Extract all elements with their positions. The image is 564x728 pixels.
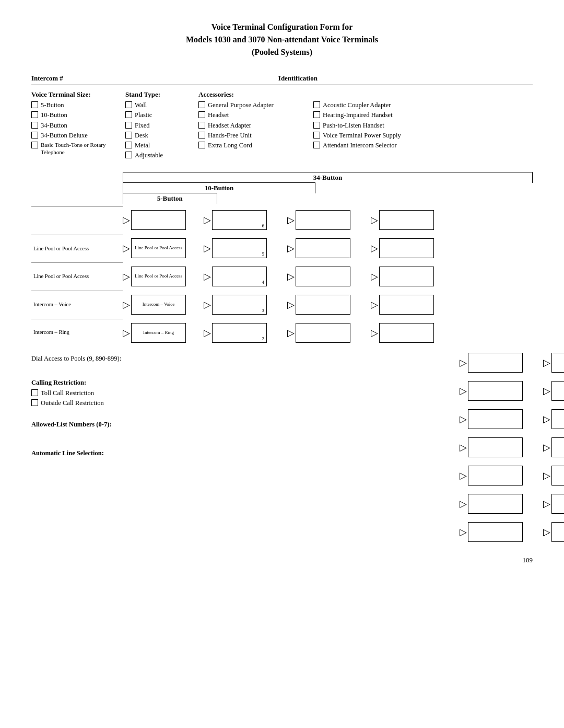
arrow-r3c3: ▷ (287, 271, 295, 282)
acc-push-listen-checkbox[interactable] (313, 122, 320, 129)
vt-34button-label: 34-Button (41, 121, 67, 130)
stand-metal-checkbox[interactable] (125, 142, 132, 148)
arrow-r3c1: ▷ (123, 271, 130, 282)
acc-headset-label: Headset (208, 111, 229, 119)
acc-attendant: Attendant Intercom Selector (313, 141, 533, 149)
toll-call-checkbox[interactable] (31, 389, 38, 396)
btn-r10c3 (468, 466, 523, 486)
arrow-r1c2: ▷ (204, 214, 211, 226)
btn-r5c2-num: 2 (262, 336, 265, 341)
acc-hands-free: Hands-Free Unit (198, 131, 303, 140)
stand-wall-checkbox[interactable] (125, 101, 132, 108)
stand-type-column: Stand Type: Wall Plastic Fixed Desk Meta… (125, 90, 188, 161)
stand-fixed-checkbox[interactable] (125, 122, 132, 129)
arrow-r5c4: ▷ (371, 327, 378, 339)
form-section: Voice Terminal Size: 5-Button 10-Button … (31, 90, 533, 161)
btn-r1c2-num: 6 (262, 223, 265, 228)
stand-adjustable-checkbox[interactable] (125, 152, 132, 158)
arrow-r1c3: ▷ (287, 214, 295, 226)
acc-push-listen-label: Push-to-Listen Handset (323, 121, 384, 130)
btn-r2c4 (379, 238, 434, 258)
btn-r4c2-num: 3 (262, 308, 265, 313)
5button-label: 5-Button (123, 193, 217, 204)
vt-size-column: Voice Terminal Size: 5-Button 10-Button … (31, 90, 115, 161)
left-row-0 (31, 206, 123, 234)
stand-plastic-checkbox[interactable] (125, 111, 132, 118)
button-row-10: ▷ ▷ (460, 462, 564, 489)
btn-r4c3 (296, 295, 350, 315)
btn-r11c3 (468, 494, 523, 514)
vt-34deluxe-checkbox[interactable] (31, 132, 38, 138)
vt-10button: 10-Button (31, 111, 115, 119)
button-diagram: 34-Button 10-Button 5-Button Line Pool o… (31, 172, 533, 546)
left-labels: Line Pool or Pool Access Line Pool or Po… (31, 206, 123, 346)
vt-basic-label: Basic Touch-Tone or Rotary Telephone (41, 141, 115, 156)
vt-5button-checkbox[interactable] (31, 101, 38, 108)
arrow-r1c4: ▷ (371, 214, 378, 226)
arrow-r5c1: ▷ (123, 327, 130, 339)
acc-headset-checkbox[interactable] (198, 111, 205, 118)
acc-hands-free-checkbox[interactable] (198, 132, 205, 138)
arrow-r4c2: ▷ (204, 299, 211, 310)
auto-line-section: Automatic Line Selection: (31, 449, 277, 457)
button-row-6: ▷ ▷ (460, 349, 564, 376)
acc-attendant-label: Attendant Intercom Selector (323, 141, 397, 149)
acc-gpa: General Purpose Adapter (198, 101, 303, 109)
identification-row: Intercom # Identification (31, 74, 533, 85)
title-line2: Models 1030 and 3070 Non-attendant Voice… (186, 35, 378, 44)
vt-basic-checkbox[interactable] (31, 142, 38, 148)
btn-r2c2: 5 (212, 238, 267, 258)
arrow-r4c4: ▷ (371, 299, 378, 310)
stand-wall: Wall (125, 101, 188, 109)
vt-10button-label: 10-Button (41, 111, 67, 119)
acc-extra-cord-checkbox[interactable] (198, 142, 205, 148)
button-columns: ▷ ▷ 6 ▷ ▷ (123, 206, 533, 346)
lower-buttons: ▷ ▷ ▷ ▷ (287, 349, 564, 546)
stand-fixed-label: Fixed (135, 121, 149, 130)
btn-r10c4 (551, 466, 564, 486)
vt-34deluxe-label: 34-Button Deluxe (41, 131, 88, 140)
btn-r1c2: 6 (212, 210, 267, 230)
toll-call-restriction: Toll Call Restriction (31, 389, 277, 397)
left-row-4: Intercom – Ring (31, 319, 123, 346)
stand-desk: Desk (125, 131, 188, 140)
acc-gpa-checkbox[interactable] (198, 101, 205, 108)
acc-attendant-checkbox[interactable] (313, 142, 320, 148)
vt-size-title: Voice Terminal Size: (31, 90, 115, 99)
acc-acoustic-checkbox[interactable] (313, 101, 320, 108)
arrow-r3c2: ▷ (204, 271, 211, 282)
button-row-7: ▷ ▷ (460, 377, 564, 405)
acc-hearing: Hearing-Impaired Handset (313, 111, 533, 119)
outside-call-label: Outside Call Restriction (41, 399, 104, 407)
button-row-3: ▷ Line Pool or Pool Access ▷ 4 ▷ ▷ (123, 263, 533, 290)
identification-label: Identification (278, 74, 318, 83)
outside-call-checkbox[interactable] (31, 399, 38, 406)
arrow-r1c1: ▷ (123, 214, 130, 226)
vt-10button-checkbox[interactable] (31, 111, 38, 118)
acc-vtps-checkbox[interactable] (313, 132, 320, 138)
btn-r8c4 (551, 409, 564, 429)
btn-r4c2: 3 (212, 295, 267, 315)
arrow-r2c4: ▷ (371, 242, 378, 254)
arrow-r2c3: ▷ (287, 242, 295, 254)
dial-access-text: Dial Access to Pools (9, 890-899): (31, 354, 121, 364)
btn-r4c4 (379, 295, 434, 315)
acc-hands-free-label: Hands-Free Unit (208, 131, 252, 140)
acc-vtps: Voice Terminal Power Supply (313, 131, 533, 140)
vt-5button: 5-Button (31, 101, 115, 109)
btn-r2c2-num: 5 (262, 251, 265, 257)
arrow-r3c4: ▷ (371, 271, 378, 282)
vt-34button-checkbox[interactable] (31, 122, 38, 129)
button-row-5: ▷ Intercom – Ring ▷ 2 ▷ ▷ (123, 319, 533, 346)
left-row-1: Line Pool or Pool Access (31, 235, 123, 262)
acc-headset-adapter-checkbox[interactable] (198, 122, 205, 129)
btn-r6c4 (551, 353, 564, 373)
allowed-list-title: Allowed-List Numbers (0-7): (31, 421, 277, 429)
acc-headset: Headset (198, 111, 303, 119)
stand-desk-checkbox[interactable] (125, 132, 132, 138)
accessories-title: Accessories: (198, 90, 303, 99)
acc-extra-cord-label: Extra Long Cord (208, 141, 252, 149)
acc-hearing-checkbox[interactable] (313, 111, 320, 118)
diagram-main: Line Pool or Pool Access Line Pool or Po… (31, 206, 533, 346)
btn-r6c3 (468, 353, 523, 373)
